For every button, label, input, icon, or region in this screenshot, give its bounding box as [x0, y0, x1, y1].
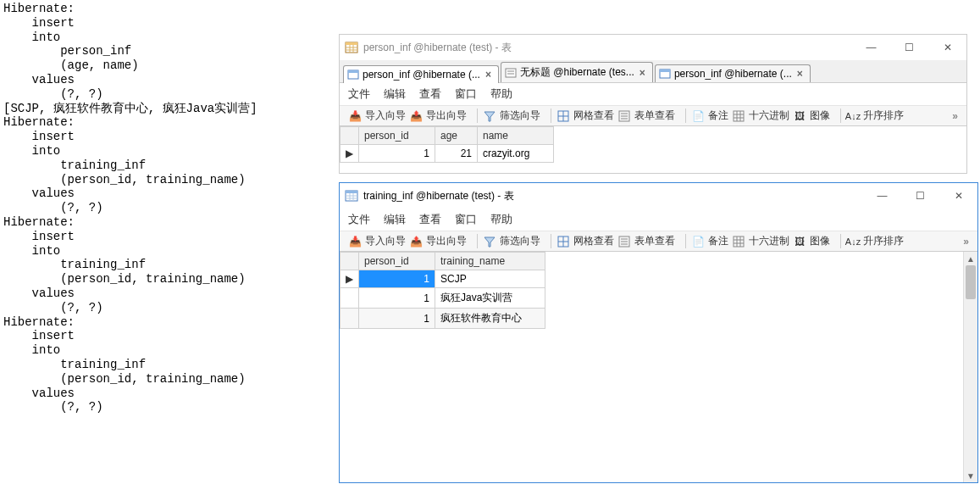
cell-age[interactable]: 21 [435, 145, 478, 163]
import-wizard-button[interactable]: 📥导入向导 [348, 234, 406, 248]
minimize-button[interactable]: — [863, 184, 901, 208]
hex-icon [732, 235, 745, 248]
menu-edit[interactable]: 编辑 [384, 212, 406, 227]
tb-label: 图像 [810, 234, 830, 248]
table-row[interactable]: 1 疯狂Java实训营 [341, 288, 545, 309]
cell-training-name[interactable]: 疯狂Java实训营 [435, 288, 545, 309]
titlebar[interactable]: training_inf @hibernate (test) - 表 — ☐ ✕ [340, 183, 977, 209]
menu-edit[interactable]: 编辑 [384, 86, 406, 102]
column-header-training-name[interactable]: training_name [435, 253, 545, 270]
cell-person-id[interactable]: 1 [359, 145, 435, 163]
vertical-scrollbar[interactable]: ▲ ▼ [963, 252, 977, 482]
cell-training-name[interactable]: SCJP [435, 270, 545, 288]
cell-person-id[interactable]: 1 [359, 270, 435, 288]
hex-icon [732, 109, 745, 123]
menu-view[interactable]: 查看 [419, 212, 441, 227]
hex-button[interactable]: 十六进制 [732, 234, 789, 248]
grid-icon [556, 235, 570, 248]
cell-person-id[interactable]: 1 [359, 309, 435, 329]
menu-file[interactable]: 文件 [348, 212, 370, 227]
table-icon [659, 68, 671, 80]
image-icon: 🖼 [793, 235, 806, 248]
sort-asc-button[interactable]: A↓z升序排序 [846, 234, 904, 248]
tb-label: 筛选向导 [500, 108, 540, 123]
form-view-button[interactable]: 表单查看 [617, 234, 675, 248]
table-row[interactable]: ▶ 1 SCJP [341, 270, 545, 288]
memo-button[interactable]: 📄备注 [691, 108, 728, 123]
row-pointer-header [341, 253, 359, 270]
grid-area: person_id training_name ▶ 1 SCJP 1 疯狂Jav… [340, 252, 977, 482]
toolbar: 📥导入向导 📤导出向导 筛选向导 网格查看 表单查看 📄备注 十六进制 🖼图像 … [340, 106, 966, 126]
menu-help[interactable]: 帮助 [490, 86, 512, 102]
tab-close-icon[interactable]: × [638, 67, 647, 79]
tab-untitled[interactable]: 无标题 @hibernate (tes... × [501, 62, 653, 82]
column-header-person-id[interactable]: person_id [359, 127, 435, 145]
grid-area: person_id age name ▶ 1 21 crazyit.org [340, 126, 966, 173]
export-wizard-button[interactable]: 📤导出向导 [409, 108, 467, 123]
close-button[interactable]: ✕ [939, 184, 977, 208]
scroll-down-icon[interactable]: ▼ [964, 469, 977, 482]
menu-help[interactable]: 帮助 [490, 212, 512, 227]
toolbar-overflow-icon[interactable]: » [947, 110, 963, 122]
tb-label: 升序排序 [863, 108, 904, 123]
svg-rect-7 [348, 70, 358, 73]
close-glyph: ✕ [955, 190, 963, 202]
menu-view[interactable]: 查看 [419, 86, 441, 102]
scroll-thumb[interactable] [966, 265, 976, 299]
form-view-button[interactable]: 表单查看 [617, 108, 675, 123]
memo-icon: 📄 [691, 235, 705, 248]
cell-training-name[interactable]: 疯狂软件教育中心 [435, 309, 545, 329]
tb-label: 升序排序 [863, 234, 904, 248]
export-wizard-button[interactable]: 📤导出向导 [409, 234, 467, 248]
person-inf-table[interactable]: person_id age name ▶ 1 21 crazyit.org [340, 126, 554, 163]
close-button[interactable]: ✕ [928, 36, 966, 59]
menu-file[interactable]: 文件 [348, 86, 370, 102]
maximize-button[interactable]: ☐ [890, 36, 928, 59]
close-glyph: ✕ [944, 42, 952, 53]
table-row[interactable]: ▶ 1 21 crazyit.org [341, 145, 554, 163]
export-icon: 📤 [409, 235, 423, 248]
tab-close-icon[interactable]: × [484, 69, 493, 81]
grid-view-button[interactable]: 网格查看 [556, 108, 614, 123]
image-button[interactable]: 🖼图像 [793, 108, 830, 123]
row-pointer-icon: ▶ [341, 145, 359, 163]
toolbar-overflow-icon[interactable]: » [958, 236, 974, 248]
form-icon [617, 109, 631, 123]
table-icon [345, 41, 358, 54]
form-icon [617, 235, 631, 248]
filter-wizard-button[interactable]: 筛选向导 [483, 234, 540, 248]
table-row[interactable]: 1 疯狂软件教育中心 [341, 309, 545, 329]
tab-close-icon[interactable]: × [795, 68, 805, 80]
import-wizard-button[interactable]: 📥导入向导 [348, 108, 406, 123]
tb-label: 表单查看 [634, 234, 675, 248]
import-icon: 📥 [348, 235, 362, 248]
column-header-name[interactable]: name [478, 127, 554, 145]
column-header-person-id[interactable]: person_id [359, 253, 435, 270]
cell-name[interactable]: crazyit.org [478, 145, 554, 163]
grid-view-button[interactable]: 网格查看 [556, 234, 614, 248]
tab-label: person_inf @hibernate (... [674, 68, 792, 80]
row-pointer [341, 309, 359, 329]
memo-icon: 📄 [691, 109, 705, 123]
titlebar[interactable]: person_inf @hibernate (test) - 表 — ☐ ✕ [340, 35, 966, 60]
tab-person-inf-1[interactable]: person_inf @hibernate (... × [343, 65, 499, 83]
query-icon [505, 67, 517, 79]
minimize-button[interactable]: — [852, 36, 890, 59]
column-header-age[interactable]: age [435, 127, 478, 145]
minimize-glyph: — [866, 42, 877, 53]
cell-person-id[interactable]: 1 [359, 288, 435, 309]
sort-asc-button[interactable]: A↓z升序排序 [846, 108, 904, 123]
tab-person-inf-2[interactable]: person_inf @hibernate (... × [655, 64, 811, 82]
tb-label: 导入向导 [365, 108, 406, 123]
image-button[interactable]: 🖼图像 [793, 234, 830, 248]
memo-button[interactable]: 📄备注 [691, 234, 728, 248]
menu-window[interactable]: 窗口 [455, 86, 477, 102]
maximize-button[interactable]: ☐ [901, 184, 939, 208]
training-inf-table[interactable]: person_id training_name ▶ 1 SCJP 1 疯狂Jav… [340, 252, 545, 329]
scroll-up-icon[interactable]: ▲ [964, 252, 977, 265]
hex-button[interactable]: 十六进制 [732, 108, 789, 123]
filter-wizard-button[interactable]: 筛选向导 [483, 108, 540, 123]
tb-label: 网格查看 [573, 108, 614, 123]
window-person-inf: person_inf @hibernate (test) - 表 — ☐ ✕ p… [339, 34, 967, 174]
menu-window[interactable]: 窗口 [455, 212, 477, 227]
